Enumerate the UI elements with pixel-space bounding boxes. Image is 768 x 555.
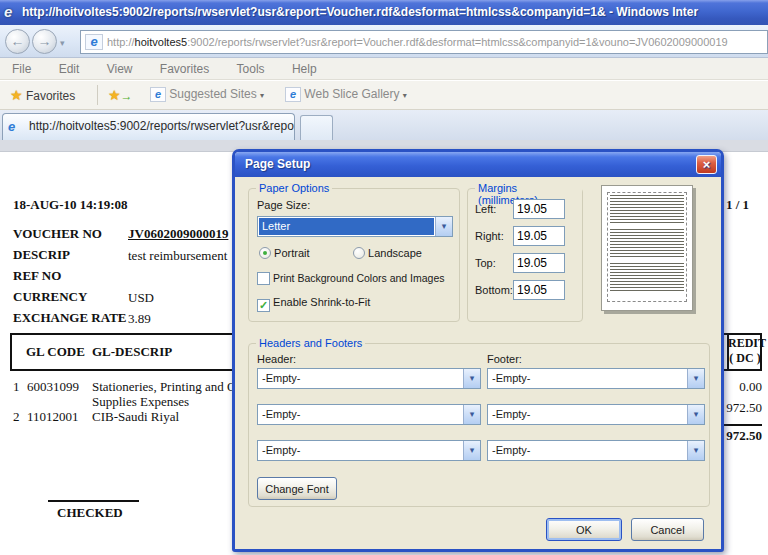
dropdown-arrow-icon[interactable]: ▾ (463, 405, 480, 424)
page-setup-dialog: Page Setup × Paper Options Page Size: Le… (232, 149, 724, 552)
add-to-favorites-button[interactable]: ★→ (108, 87, 133, 103)
chevron-down-icon: ▾ (260, 91, 264, 100)
print-background-checkbox[interactable]: Print Background Colors and Images (257, 272, 445, 285)
footer-select-2[interactable]: -Empty- ▾ (487, 404, 705, 425)
menu-edit[interactable]: Edit (47, 58, 92, 76)
menu-favorites[interactable]: Favorites (148, 58, 221, 76)
window-title: http://hoitvoltes5:9002/reports/rwservle… (22, 5, 698, 19)
menu-tools[interactable]: Tools (225, 58, 277, 76)
page-size-value: Letter (259, 218, 434, 235)
headers-footers-group: Headers and Footers Header: Footer: -Emp… (248, 343, 710, 507)
url-host: hoitvoltes5 (135, 36, 188, 48)
row2-descrip: CIB-Saudi Riyal (92, 409, 179, 425)
col-header-gl-code: GL CODE (26, 344, 85, 360)
paper-options-legend: Paper Options (256, 182, 332, 194)
menu-file[interactable]: File (0, 58, 43, 76)
field-label-currency: CURRENCY (13, 289, 87, 305)
col-header-credit-line1: REDIT (728, 336, 762, 351)
dropdown-arrow-icon[interactable]: ▾ (687, 441, 704, 460)
add-favorite-arrow-icon: → (121, 89, 133, 103)
margin-bottom-input[interactable] (513, 280, 565, 300)
portrait-label: Portrait (274, 247, 309, 259)
margin-left-label: Left: (475, 203, 496, 215)
tab-band: e http://hoitvoltes5:9002/reports/rwserv… (0, 110, 768, 140)
footer-select-3[interactable]: -Empty- ▾ (487, 440, 705, 461)
col-header-credit-line2: ( DC ) (728, 351, 762, 366)
checked-label: CHECKED (57, 505, 123, 521)
dropdown-arrow-icon[interactable]: ▾ (463, 369, 480, 388)
dialog-titlebar[interactable]: Page Setup × (235, 152, 721, 177)
dialog-close-button[interactable]: × (696, 155, 717, 174)
shrink-to-fit-checkbox[interactable]: ✓ Enable Shrink-to-Fit (257, 296, 370, 312)
page-size-label: Page Size: (257, 199, 310, 211)
header-select-1-value: -Empty- (262, 372, 301, 384)
ok-button[interactable]: OK (546, 518, 622, 541)
url-path: :9002/reports/rwservlet?usr&report=Vouch… (187, 36, 728, 48)
suggested-sites-label: Suggested Sites (169, 87, 256, 101)
checked-rule (48, 500, 139, 502)
favorites-bar: ★ Favorites ★→ e Suggested Sites ▾ e Web… (0, 81, 768, 110)
favorites-star-icon: ★ (10, 87, 23, 103)
field-label-exchange-rate: EXCHANGE RATE (13, 310, 127, 326)
dropdown-arrow-icon[interactable]: ▾ (687, 405, 704, 424)
favorites-label: Favorites (26, 89, 75, 103)
dropdown-arrow-icon[interactable]: ▾ (435, 217, 452, 236)
address-bar-input[interactable]: e http://hoitvoltes5:9002/reports/rwserv… (80, 30, 768, 54)
chevron-down-icon: ▾ (60, 38, 65, 48)
new-tab-button[interactable] (300, 115, 333, 140)
menu-help[interactable]: Help (280, 58, 329, 76)
suggested-sites-button[interactable]: e Suggested Sites ▾ (150, 87, 264, 102)
page-size-select[interactable]: Letter ▾ (257, 216, 453, 237)
navigation-bar: ← → ▾ e http://hoitvoltes5:9002/reports/… (0, 25, 768, 58)
toolbar-separator (97, 85, 98, 105)
change-font-button[interactable]: Change Font (257, 477, 337, 500)
page-favicon-icon: e (85, 34, 103, 50)
checkbox-unchecked-icon (257, 272, 270, 285)
recent-pages-dropdown[interactable]: ▾ (60, 38, 65, 48)
preview-text-block (610, 195, 684, 225)
back-icon: ← (11, 33, 25, 49)
header-select-2[interactable]: -Empty- ▾ (257, 404, 481, 425)
active-tab[interactable]: e http://hoitvoltes5:9002/reports/rwserv… (2, 113, 295, 140)
close-icon: × (703, 157, 711, 172)
landscape-label: Landscape (368, 247, 422, 259)
row1-num: 1 (13, 379, 20, 395)
header-select-3[interactable]: -Empty- ▾ (257, 440, 481, 461)
col-header-gl-descrip: GL-DESCRIP (92, 344, 172, 360)
footer-select-1[interactable]: -Empty- ▾ (487, 368, 705, 389)
dialog-body: Paper Options Page Size: Letter ▾ Portra… (235, 177, 721, 549)
landscape-radio[interactable]: Landscape (353, 247, 422, 259)
favorites-button[interactable]: ★ Favorites (10, 87, 75, 103)
row2-code: 11012001 (27, 409, 79, 425)
header-select-1[interactable]: -Empty- ▾ (257, 368, 481, 389)
field-value-exchange-rate: 3.89 (128, 311, 151, 327)
dropdown-arrow-icon[interactable]: ▾ (463, 441, 480, 460)
suggested-sites-icon: e (150, 87, 166, 102)
web-slice-gallery-button[interactable]: e Web Slice Gallery ▾ (285, 87, 407, 102)
preview-text-block (610, 229, 684, 259)
header-select-2-value: -Empty- (262, 408, 301, 420)
margin-right-label: Right: (475, 230, 504, 242)
headers-footers-legend: Headers and Footers (256, 337, 365, 349)
back-button[interactable]: ← (5, 29, 30, 54)
dropdown-arrow-icon[interactable]: ▾ (687, 369, 704, 388)
header-label: Header: (257, 353, 296, 365)
margin-top-label: Top: (475, 257, 496, 269)
field-label-voucher-no: VOUCHER NO (13, 226, 102, 242)
window-titlebar[interactable]: e http://hoitvoltes5:9002/reports/rwserv… (0, 0, 768, 25)
shrink-to-fit-label: Enable Shrink-to-Fit (273, 296, 370, 308)
margin-left-input[interactable] (513, 199, 565, 219)
field-value-descrip: test reimbursement (128, 248, 227, 264)
url-protocol: http:// (107, 36, 135, 48)
forward-button[interactable]: → (32, 29, 57, 54)
field-value-voucher-no: JV0602009000019 (128, 226, 228, 242)
field-label-ref-no: REF NO (13, 268, 61, 284)
portrait-radio[interactable]: Portrait (259, 247, 310, 259)
add-favorite-star-icon: ★ (108, 87, 121, 103)
margin-bottom-label: Bottom: (475, 284, 513, 296)
margin-right-input[interactable] (513, 226, 565, 246)
margin-top-input[interactable] (513, 253, 565, 273)
cancel-button[interactable]: Cancel (631, 518, 704, 541)
menu-view[interactable]: View (95, 58, 145, 76)
footer-select-2-value: -Empty- (492, 408, 531, 420)
